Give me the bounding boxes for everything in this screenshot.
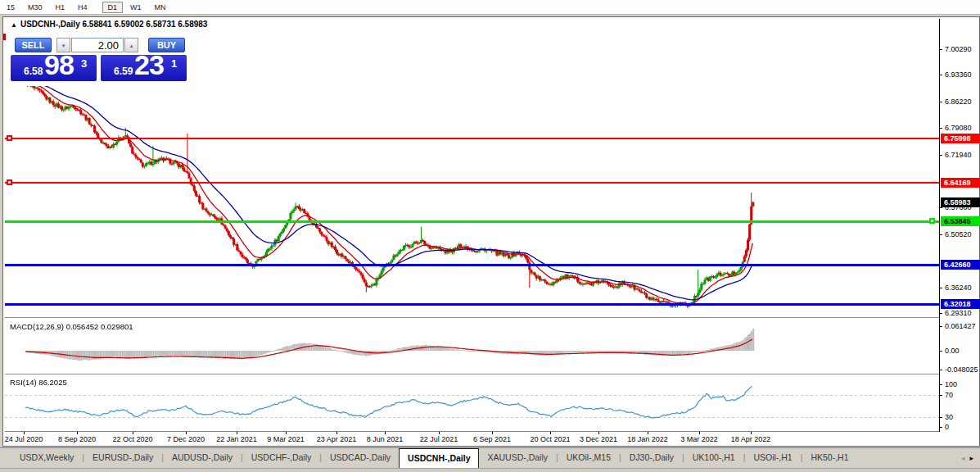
tab-scroll-right-icon[interactable]: ▸ bbox=[969, 454, 973, 462]
price-axis-label: 6.93360 bbox=[945, 70, 972, 79]
date-axis-tick bbox=[24, 432, 25, 434]
date-axis-label: 18 Jan 2022 bbox=[627, 435, 668, 443]
macd-indicator-canvas[interactable] bbox=[5, 320, 939, 374]
indicator-axis-tick bbox=[939, 417, 942, 418]
timeframe-button-m30[interactable]: M30 bbox=[22, 2, 48, 13]
chart-tab-bar: USDX,Weekly|EURUSD-,Daily|AUDUSD-,Daily|… bbox=[0, 447, 980, 468]
date-axis-tick bbox=[439, 432, 440, 434]
timeframe-button-w1[interactable]: W1 bbox=[124, 2, 147, 13]
date-axis-tick bbox=[336, 432, 337, 434]
volume-input[interactable] bbox=[71, 38, 124, 52]
price-axis-tick bbox=[939, 207, 942, 208]
date-axis-label: 8 Jun 2021 bbox=[367, 435, 404, 443]
price-axis-tick bbox=[939, 102, 942, 102]
date-axis-tick bbox=[77, 432, 78, 434]
date-axis-label: 22 Oct 2020 bbox=[112, 435, 152, 443]
date-axis-tick bbox=[699, 432, 700, 434]
indicator-axis-tick bbox=[939, 427, 942, 428]
indicator-axis-label: 70 bbox=[945, 391, 953, 399]
timeframe-button-h1[interactable]: H1 bbox=[50, 2, 71, 13]
horizontal-line-6.53845[interactable] bbox=[5, 220, 939, 223]
horizontal-line-6.75998[interactable] bbox=[5, 138, 939, 139]
price-axis-label: 6.29310 bbox=[945, 309, 972, 317]
tab-usdcnh-daily[interactable]: USDCNH-,Daily bbox=[399, 448, 479, 468]
price-axis-label: 7.00290 bbox=[945, 45, 972, 53]
buy-price-box[interactable]: 6.59 23 1 bbox=[101, 55, 187, 81]
horizontal-line-6.64169[interactable] bbox=[5, 182, 939, 184]
indicator-axis-label: 0 bbox=[945, 423, 949, 431]
toolbar-separator bbox=[97, 2, 98, 12]
sell-price-sup: 3 bbox=[81, 57, 87, 70]
timeframe-button-d1[interactable]: D1 bbox=[102, 2, 124, 13]
indicator-axis-label: 100 bbox=[945, 380, 957, 388]
date-axis-tick bbox=[598, 432, 599, 434]
price-badge: 6.53845 bbox=[941, 216, 980, 226]
tab-usoil-h1[interactable]: USOil-,H1 bbox=[745, 448, 800, 468]
price-badge: 6.58983 bbox=[941, 197, 980, 207]
tab-usdchf-daily[interactable]: USDCHF-,Daily bbox=[243, 448, 320, 468]
indicator-axis-tick bbox=[939, 384, 942, 385]
indicator-axis-label: 0.00 bbox=[945, 347, 960, 355]
date-axis-tick bbox=[237, 432, 237, 434]
indicator-axis-tick bbox=[939, 370, 942, 370]
tab-uk100-h1[interactable]: UK100-,H1 bbox=[684, 448, 743, 468]
date-axis-tick bbox=[492, 432, 493, 434]
date-axis-tick bbox=[186, 432, 187, 434]
buy-price-sup: 1 bbox=[171, 57, 177, 70]
date-axis-tick bbox=[751, 432, 752, 434]
price-badge: 6.64169 bbox=[941, 178, 980, 188]
tab-usdcad-daily[interactable]: USDCAD-,Daily bbox=[322, 448, 399, 468]
date-axis-label: 23 Apr 2021 bbox=[317, 435, 357, 443]
tab-usdx-weekly[interactable]: USDX,Weekly bbox=[11, 448, 82, 468]
price-badge: 6.32018 bbox=[941, 299, 980, 309]
rsi-panel-splitter[interactable] bbox=[5, 374, 939, 375]
tab-ukoil-m15[interactable]: UKOil-,M15 bbox=[558, 448, 619, 468]
tab-eurusd-daily[interactable]: EURUSD-,Daily bbox=[84, 448, 161, 468]
horizontal-line-6.32018[interactable] bbox=[5, 303, 939, 306]
tab-audusd-daily[interactable]: AUDUSD-,Daily bbox=[164, 448, 241, 468]
rsi-indicator-canvas[interactable] bbox=[5, 376, 939, 431]
price-axis-label: 6.50520 bbox=[945, 230, 972, 238]
date-axis-tick bbox=[550, 432, 551, 434]
date-axis-label: 8 Sep 2020 bbox=[58, 435, 96, 443]
date-axis-label: 3 Mar 2022 bbox=[680, 435, 718, 443]
rsi-indicator-label: RSI(14) 86.2025 bbox=[10, 378, 67, 387]
price-axis-tick bbox=[939, 128, 942, 129]
one-click-trading-panel: SELL ▾ ▴ BUY 6.58 98 3 6.59 23 1 bbox=[9, 35, 191, 86]
price-axis-tick bbox=[939, 234, 942, 235]
price-axis-label: 6.36240 bbox=[945, 284, 972, 292]
line-handle[interactable] bbox=[929, 218, 935, 224]
chart-bottom-border bbox=[5, 431, 939, 432]
timeframe-button-h4[interactable]: H4 bbox=[72, 2, 93, 13]
bottom-strip bbox=[0, 468, 980, 472]
macd-panel-splitter[interactable] bbox=[5, 317, 939, 319]
horizontal-line-6.42660[interactable] bbox=[5, 264, 939, 266]
line-handle[interactable] bbox=[7, 135, 12, 141]
date-axis-label: 22 Jul 2021 bbox=[420, 435, 458, 443]
mt4-application: 15M30H1H4D1W1MN ▲USDCNH-,Daily 6.58841 6… bbox=[0, 0, 980, 472]
indicator-axis-tick bbox=[939, 395, 942, 396]
price-axis-label: 6.86220 bbox=[945, 98, 972, 106]
tab-scroll-left-icon[interactable]: ◂ bbox=[961, 454, 965, 462]
macd-indicator-label: MACD(12,26,9) 0.056452 0.029801 bbox=[10, 322, 133, 331]
date-axis-label: 22 Jan 2021 bbox=[216, 435, 257, 443]
date-axis-label: 24 Jul 2020 bbox=[5, 435, 43, 443]
date-axis-tick bbox=[286, 432, 287, 434]
tab-xauusd-daily[interactable]: XAUUSD-,Daily bbox=[479, 448, 556, 468]
sell-price-big: 98 bbox=[44, 49, 74, 81]
price-axis-tick bbox=[939, 288, 942, 288]
tab-dj30-daily[interactable]: DJ30-,Daily bbox=[621, 448, 682, 468]
tab-hk50-h1[interactable]: HK50-,H1 bbox=[802, 448, 856, 468]
date-axis-label: 18 Apr 2022 bbox=[731, 435, 771, 443]
date-axis-label: 20 Oct 2021 bbox=[530, 435, 570, 443]
price-axis-tick bbox=[939, 75, 942, 75]
timeframe-button-mn[interactable]: MN bbox=[149, 2, 172, 13]
timeframe-button-15[interactable]: 15 bbox=[1, 2, 20, 13]
price-badge: 6.42660 bbox=[941, 260, 980, 270]
price-axis-tick bbox=[939, 49, 942, 50]
date-axis-label: 3 Dec 2021 bbox=[580, 435, 617, 443]
price-badge: 6.75998 bbox=[941, 134, 980, 143]
line-handle[interactable] bbox=[7, 179, 12, 185]
sell-price-box[interactable]: 6.58 98 3 bbox=[11, 55, 97, 81]
indicator-axis-label: -0.048025 bbox=[945, 365, 978, 374]
